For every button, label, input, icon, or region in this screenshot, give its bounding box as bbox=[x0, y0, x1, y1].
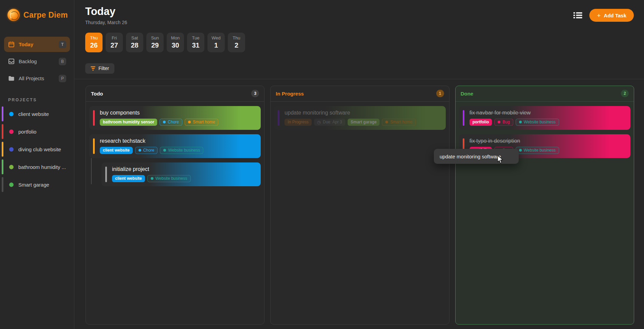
project-item-client-website[interactable]: client website bbox=[0, 105, 74, 123]
column-in-progress: In Progress1update monitoring softwareIn… bbox=[270, 86, 449, 325]
tag-chore: Chore bbox=[160, 119, 182, 126]
project-item-smart-garage[interactable]: Smart garage bbox=[0, 176, 74, 193]
column-todo: Todo3buy componentsbathroom humidity sen… bbox=[86, 86, 264, 325]
project-dot-icon bbox=[9, 147, 14, 152]
project-accent-bar bbox=[2, 124, 3, 139]
page-title: Today bbox=[85, 5, 127, 18]
date-pill-sun-29[interactable]: Sun29 bbox=[146, 33, 164, 52]
project-item-portfolio[interactable]: portfolio bbox=[0, 123, 74, 140]
tag-website-business: Website business bbox=[147, 175, 191, 182]
filter-row: Filter bbox=[85, 63, 644, 74]
task-tags: portfolioBugWebsite business bbox=[470, 119, 626, 126]
date-pill-number: 27 bbox=[110, 41, 118, 49]
date-pill-mon-30[interactable]: Mon30 bbox=[167, 33, 184, 52]
task-title: research techstack bbox=[100, 138, 256, 144]
date-pill-thu-26[interactable]: Thu26 bbox=[85, 33, 103, 52]
task-wrap: initialize projectclient websiteWebsite … bbox=[102, 162, 261, 186]
column-count-badge: 3 bbox=[251, 90, 259, 97]
date-pill-day: Tue bbox=[192, 35, 200, 40]
date-pill-number: 2 bbox=[235, 41, 238, 49]
app-logo[interactable]: Carpe Diem bbox=[0, 9, 74, 21]
task-card-research-techstack[interactable]: research techstackclient websiteChoreWeb… bbox=[89, 134, 261, 158]
tag-dot-icon bbox=[385, 121, 388, 123]
logo-coin-icon bbox=[7, 9, 20, 21]
project-accent-bar bbox=[2, 106, 3, 121]
task-tags: In Progress◷Due: Apr 3Smart garageSmart … bbox=[284, 119, 441, 126]
date-pill-number: 1 bbox=[214, 41, 218, 49]
mouse-cursor-icon bbox=[497, 155, 504, 165]
add-task-button[interactable]: + Add Task bbox=[589, 9, 634, 22]
task-title: initialize project bbox=[112, 166, 256, 172]
project-dot-icon bbox=[9, 165, 14, 169]
sidebar-nav: TodayTBacklogBAll ProjectsP bbox=[0, 37, 74, 86]
projects-list: client websiteportfoliodiving club websi… bbox=[0, 105, 74, 193]
tag-smart-home: Smart home bbox=[185, 119, 218, 126]
calendar-icon bbox=[8, 41, 15, 48]
shortcut-badge: P bbox=[59, 75, 66, 82]
date-pill-number: 31 bbox=[192, 41, 199, 49]
date-strip: Thu26Fri27Sat28Sun29Mon30Tue31Wed1Thu2 bbox=[85, 33, 644, 52]
list-view-icon[interactable] bbox=[573, 11, 583, 19]
task-accent-bar bbox=[463, 110, 464, 126]
tag-smart-home: Smart home bbox=[382, 119, 416, 126]
projects-section-label: PROJECTS bbox=[8, 98, 74, 102]
date-pill-sat-28[interactable]: Sat28 bbox=[126, 33, 143, 52]
header-controls: + Add Task bbox=[573, 9, 634, 22]
column-title: Done bbox=[461, 91, 474, 97]
folder-icon bbox=[8, 75, 15, 82]
filter-button[interactable]: Filter bbox=[85, 63, 114, 74]
column-count-badge: 2 bbox=[621, 90, 629, 97]
tag-bug: Bug bbox=[494, 119, 513, 126]
project-label: diving club website bbox=[18, 146, 61, 152]
date-pill-day: Sat bbox=[131, 35, 138, 40]
task-wrap: update monitoring softwareIn Progress◷Du… bbox=[274, 106, 445, 130]
task-title: fix typo in description bbox=[470, 138, 626, 144]
app-root: Carpe Diem TodayTBacklogBAll ProjectsP P… bbox=[0, 0, 644, 329]
task-wrap: research techstackclient websiteChoreWeb… bbox=[89, 134, 261, 158]
tag-dot-icon bbox=[163, 121, 166, 123]
tag-website-business: Website business bbox=[160, 147, 203, 154]
task-card-fix-navbar-for-mobile-view[interactable]: fix navbar for mobile viewportfolioBugWe… bbox=[459, 106, 630, 130]
sidebar-item-label: Backlog bbox=[19, 58, 37, 64]
tag-bathroom-humidity-sensor: bathroom humidity sensor bbox=[100, 119, 157, 126]
task-accent-bar bbox=[278, 110, 279, 126]
date-pill-tue-31[interactable]: Tue31 bbox=[187, 33, 204, 52]
sidebar-item-all-projects[interactable]: All ProjectsP bbox=[4, 71, 70, 86]
project-dot-icon bbox=[9, 129, 14, 134]
task-wrap: fix navbar for mobile viewportfolioBugWe… bbox=[459, 106, 630, 130]
tag-smart-garage: Smart garage bbox=[348, 119, 380, 126]
sidebar-item-today[interactable]: TodayT bbox=[4, 37, 70, 52]
task-card-buy-components[interactable]: buy componentsbathroom humidity sensorCh… bbox=[89, 106, 261, 130]
date-pill-day: Fri bbox=[112, 35, 117, 40]
tag-dot-icon bbox=[139, 149, 141, 152]
project-item-diving-club-website[interactable]: diving club website bbox=[0, 140, 74, 158]
filter-label: Filter bbox=[98, 66, 109, 71]
task-tags: client websiteWebsite business bbox=[112, 175, 256, 182]
date-pill-day: Thu bbox=[90, 35, 97, 40]
task-card-initialize-project[interactable]: initialize projectclient websiteWebsite … bbox=[102, 162, 261, 186]
column-done: Done2fix navbar for mobile viewportfolio… bbox=[455, 86, 634, 325]
project-label: client website bbox=[18, 111, 49, 117]
sidebar-item-backlog[interactable]: BacklogB bbox=[4, 54, 70, 69]
kanban-board: Todo3buy componentsbathroom humidity sen… bbox=[74, 79, 644, 329]
date-pill-thu-2[interactable]: Thu2 bbox=[228, 33, 245, 52]
project-accent-bar bbox=[2, 159, 3, 174]
tag-chore: Chore bbox=[135, 147, 158, 154]
task-card-update-monitoring-software[interactable]: update monitoring softwareIn Progress◷Du… bbox=[274, 106, 445, 130]
tag-due-date: ◷Due: Apr 3 bbox=[314, 119, 345, 126]
column-header: Todo3 bbox=[86, 86, 264, 102]
task-title: fix navbar for mobile view bbox=[470, 110, 626, 116]
shortcut-badge: T bbox=[59, 41, 66, 48]
tag-client-website: client website bbox=[100, 147, 133, 154]
date-pill-wed-1[interactable]: Wed1 bbox=[207, 33, 225, 52]
drag-ghost[interactable]: update monitoring software bbox=[434, 149, 519, 164]
tag-dot-icon bbox=[163, 149, 166, 152]
plus-icon: + bbox=[597, 12, 601, 19]
project-label: Smart garage bbox=[18, 182, 49, 188]
column-header: In Progress1 bbox=[271, 86, 449, 102]
date-pill-fri-27[interactable]: Fri27 bbox=[106, 33, 123, 52]
project-item-bathroom-humidity[interactable]: bathroom humidity ... bbox=[0, 158, 74, 176]
column-header: Done2 bbox=[456, 86, 634, 102]
tag-dot-icon bbox=[188, 121, 191, 123]
project-label: portfolio bbox=[18, 129, 36, 135]
